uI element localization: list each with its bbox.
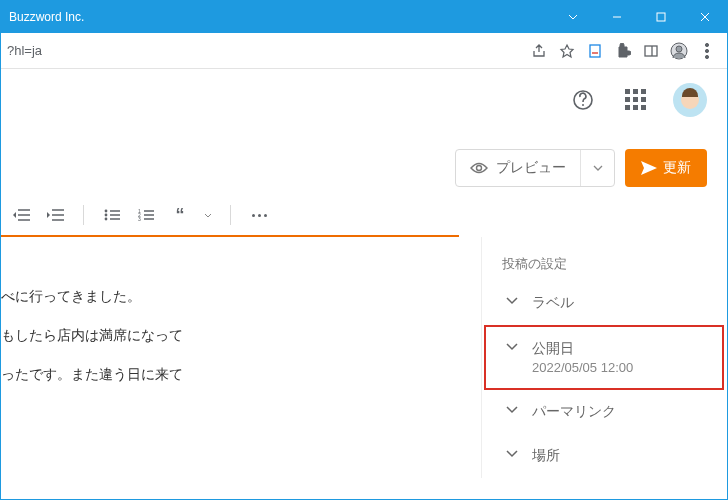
number-list-icon[interactable]: 123	[136, 205, 156, 225]
sidebar-title: 投稿の設定	[502, 255, 727, 273]
preview-caret[interactable]	[580, 150, 614, 186]
page-icon[interactable]	[581, 33, 609, 69]
preview-label: プレビュー	[496, 159, 566, 177]
accordion-publish-date[interactable]: 公開日 2022/05/05 12:00	[502, 327, 722, 388]
window-minimize[interactable]	[595, 1, 639, 33]
svg-point-4	[676, 46, 682, 52]
kebab-menu-icon[interactable]	[693, 33, 721, 69]
window-title: Buzzword Inc.	[1, 10, 551, 24]
avatar[interactable]	[673, 83, 707, 117]
post-settings-sidebar: 投稿の設定 ラベル 公開日 2022/05/05 12:00 パーマリンク 場所	[481, 237, 727, 478]
svg-point-13	[105, 218, 108, 221]
editor-line: べに行ってきました。	[1, 277, 469, 316]
profile-icon[interactable]	[665, 33, 693, 69]
svg-point-6	[705, 49, 708, 52]
extensions-icon[interactable]	[609, 33, 637, 69]
svg-rect-2	[645, 46, 657, 56]
bookmark-star-icon[interactable]	[553, 33, 581, 69]
window-close[interactable]	[683, 1, 727, 33]
svg-rect-1	[590, 45, 600, 57]
svg-point-9	[582, 104, 584, 106]
url-text[interactable]: ?hl=ja	[1, 43, 525, 58]
accordion-labels[interactable]: ラベル	[502, 281, 727, 325]
accordion-label: パーマリンク	[532, 403, 616, 421]
update-button[interactable]: 更新	[625, 149, 707, 187]
editor-line: ったです。また違う日に来て	[1, 355, 469, 394]
chevron-down-icon[interactable]	[204, 213, 212, 218]
accordion-permalink[interactable]: パーマリンク	[502, 390, 727, 434]
accordion-label: 場所	[532, 447, 560, 465]
apps-grid-icon[interactable]	[621, 86, 649, 114]
editor-line: もしたら店内は満席になって	[1, 316, 469, 355]
accordion-label: ラベル	[532, 294, 574, 312]
help-icon[interactable]	[569, 86, 597, 114]
window-maximize[interactable]	[639, 1, 683, 33]
publish-date-value: 2022/05/05 12:00	[532, 360, 633, 375]
window-dropdown[interactable]	[551, 1, 595, 33]
quote-icon[interactable]: “	[170, 205, 190, 225]
svg-text:3: 3	[138, 216, 141, 222]
svg-rect-0	[657, 13, 665, 21]
svg-point-7	[705, 55, 708, 58]
app-header	[1, 69, 727, 131]
window-titlebar: Buzzword Inc.	[1, 1, 727, 33]
accordion-label: 公開日	[532, 340, 633, 358]
svg-point-5	[705, 43, 708, 46]
indent-icon[interactable]	[45, 205, 65, 225]
address-bar: ?hl=ja	[1, 33, 727, 69]
editor-toolbar: 123 “	[1, 205, 459, 237]
update-label: 更新	[663, 159, 691, 177]
bullet-list-icon[interactable]	[102, 205, 122, 225]
editor-body[interactable]: べに行ってきました。 もしたら店内は満席になって ったです。また違う日に来て	[1, 237, 481, 478]
svg-point-10	[477, 166, 482, 171]
outdent-icon[interactable]	[11, 205, 31, 225]
sidepanel-icon[interactable]	[637, 33, 665, 69]
svg-point-12	[105, 214, 108, 217]
highlight-publish-date: 公開日 2022/05/05 12:00	[484, 325, 724, 390]
more-icon[interactable]	[249, 205, 269, 225]
preview-button[interactable]: プレビュー	[455, 149, 615, 187]
accordion-location[interactable]: 場所	[502, 434, 727, 478]
share-icon[interactable]	[525, 33, 553, 69]
svg-point-11	[105, 210, 108, 213]
action-row: プレビュー 更新	[1, 131, 727, 205]
